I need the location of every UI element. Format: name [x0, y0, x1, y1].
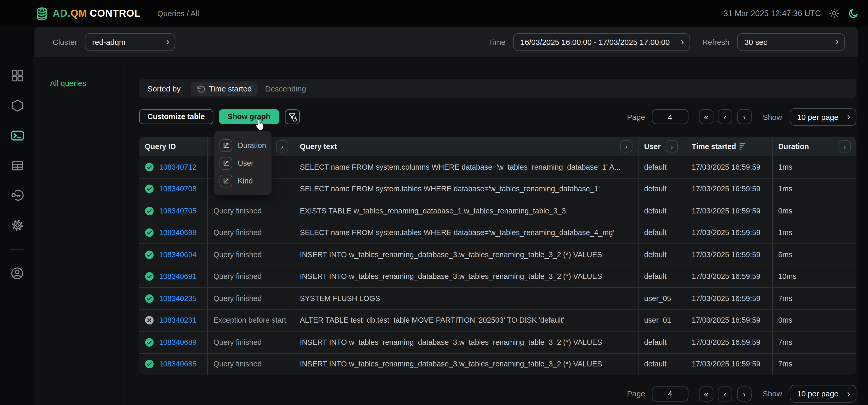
prev-page-button[interactable]: ‹ [718, 386, 732, 401]
query-text-cell: ALTER TABLE test_db.test_table MOVE PART… [294, 310, 639, 331]
status-cell: Query finished [208, 222, 294, 243]
query-text-cell: SELECT name FROM system.columns WHERE da… [294, 156, 639, 178]
query-id-cell: 108340708 [139, 178, 208, 200]
query-text-cell: EXISTS TABLE w_tables_renaming_database_… [294, 200, 639, 222]
query-id-link[interactable]: 108340685 [159, 360, 197, 368]
query-id-cell: 108340235 [139, 288, 208, 309]
bottom-pagination-row: Page « ‹ › Show 10 per page › [139, 385, 856, 403]
time-range-select[interactable]: 16/03/2025 16:00:00 - 17/03/2025 17:00:0… [513, 33, 690, 51]
app-logo-text: AD.QMCONTROL [53, 7, 141, 19]
query-id-link[interactable]: 108340235 [159, 294, 197, 302]
user-cell: default [639, 353, 686, 375]
pagination-top: Page « ‹ › Show 10 per page › [627, 108, 856, 126]
expand-query-text-column-button[interactable]: › [620, 140, 632, 152]
query-success-icon [145, 250, 154, 259]
chart-icon [220, 174, 232, 187]
query-text-cell: INSERT INTO w_tables_renaming_database_3… [294, 266, 639, 287]
dashboard-grid-icon [10, 68, 24, 82]
chevron-right-icon: › [166, 37, 169, 47]
logo-qm: QM [71, 7, 87, 19]
query-id-link[interactable]: 108340698 [159, 229, 197, 237]
sort-field-value: Time started [209, 84, 252, 93]
dropdown-item-label: Duration [238, 141, 266, 149]
refresh-value: 30 sec [745, 37, 768, 47]
prev-page-button[interactable]: ‹ [718, 109, 732, 124]
expand-user-column-button[interactable]: › [665, 140, 678, 152]
dropdown-item-label: User [238, 159, 254, 167]
customize-table-button[interactable]: Customize table [139, 109, 213, 124]
refresh-select[interactable]: 30 sec › [737, 33, 845, 51]
page-number-input[interactable] [652, 109, 688, 124]
duration-cell: 6ms [773, 244, 856, 265]
sidebar-item-profile[interactable] [10, 266, 24, 281]
nav-all-queries-link[interactable]: All queries [50, 79, 86, 88]
sidebar-item-tables[interactable] [10, 158, 24, 172]
show-label: Show [763, 112, 782, 121]
time-started-cell: 17/03/2025 16:59:59 [686, 178, 773, 200]
filter-reset-button[interactable] [285, 109, 300, 124]
time-started-cell: 17/03/2025 16:59:59 [686, 288, 773, 309]
app-window: AD.QMCONTROL Queries / All 31 Mar 2025 1… [0, 0, 868, 405]
query-id-header-label: Query ID [145, 142, 176, 151]
graph-menu-item-duration[interactable]: Duration [220, 137, 266, 154]
user-cell: user_05 [639, 288, 686, 309]
expand-duration-column-button[interactable]: › [839, 140, 851, 152]
sidebar-item-access[interactable] [10, 188, 24, 202]
sort-descending-icon [739, 143, 747, 150]
col-header-duration: Duration › [773, 137, 856, 156]
query-id-link[interactable]: 108340231 [159, 316, 197, 324]
sidebar-item-settings[interactable] [10, 218, 24, 232]
light-theme-button[interactable] [829, 8, 840, 19]
query-success-icon [145, 162, 154, 172]
time-started-cell: 17/03/2025 16:59:59 [686, 310, 773, 331]
query-id-link[interactable]: 108340705 [159, 207, 197, 215]
col-header-time-started[interactable]: Time started [686, 137, 773, 156]
query-id-link[interactable]: 108340694 [159, 251, 197, 259]
graph-menu-item-kind[interactable]: Kind [220, 173, 266, 189]
first-page-button[interactable]: « [699, 386, 713, 401]
page-number-input[interactable] [652, 386, 688, 401]
user-cell: default [639, 331, 686, 353]
col-header-query-text: Query text › [294, 137, 639, 156]
status-cell: Query finished [208, 353, 294, 375]
col-header-query-id: Query ID [139, 137, 208, 156]
query-id-link[interactable]: 108340712 [159, 163, 197, 171]
table-row: 108340685Query finishedINSERT INTO w_tab… [139, 353, 856, 375]
cluster-label: Cluster [53, 37, 77, 47]
sidebar-item-dashboard[interactable] [10, 68, 24, 83]
query-id-link[interactable]: 108340691 [159, 272, 197, 281]
chevron-left-icon: ‹ [724, 112, 726, 121]
user-cell: default [639, 244, 686, 265]
time-started-cell: 17/03/2025 16:59:59 [686, 200, 773, 222]
table-row: 108340689Query finishedINSERT INTO w_tab… [139, 331, 856, 353]
header-right: 31 Mar 2025 12:47:36 UTC [723, 7, 859, 19]
query-success-icon [145, 359, 154, 369]
next-page-button[interactable]: › [737, 386, 751, 401]
graph-menu-item-user[interactable]: User [220, 155, 266, 172]
status-cell: Query finished [208, 244, 294, 265]
chevron-right-icon: › [281, 142, 283, 151]
page-label: Page [627, 112, 645, 121]
query-id-link[interactable]: 108340708 [159, 185, 197, 193]
query-id-cell: 108340685 [139, 353, 208, 375]
dark-theme-button[interactable] [847, 7, 859, 19]
user-profile-icon [10, 266, 24, 281]
query-id-link[interactable]: 108340689 [159, 338, 197, 346]
sidebar-item-cluster[interactable] [10, 98, 24, 113]
show-label: Show [763, 389, 782, 398]
sort-direction[interactable]: Descending [265, 84, 306, 93]
per-page-select[interactable]: 10 per page › [790, 108, 856, 126]
query-text-cell: SELECT name FROM system.tables WHERE dat… [294, 222, 639, 243]
expand-status-column-button[interactable]: › [276, 140, 288, 152]
first-page-button[interactable]: « [699, 109, 713, 124]
user-cell: user_01 [639, 310, 686, 331]
sidebar [0, 27, 34, 405]
query-id-cell: 108340689 [139, 331, 208, 353]
per-page-select[interactable]: 10 per page › [790, 385, 856, 403]
sidebar-item-queries-active[interactable] [10, 128, 24, 142]
sort-field-chip[interactable]: Time started [191, 81, 258, 96]
show-graph-button[interactable]: Show graph [219, 109, 279, 124]
cluster-select[interactable]: red-adqm › [85, 33, 175, 51]
next-page-button[interactable]: › [737, 109, 751, 124]
chevron-right-icon: › [671, 142, 673, 151]
